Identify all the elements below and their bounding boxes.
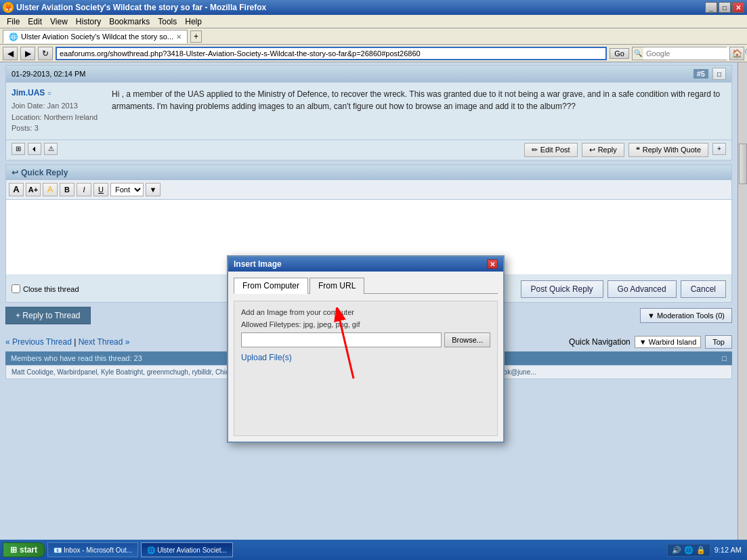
reply-arrow-icon: ↩ (12, 168, 18, 177)
close-button[interactable]: ✕ (732, 2, 744, 13)
post-username: Jim.UAS ○ (12, 88, 106, 98)
members-bar-collapse-icon[interactable]: □ (722, 354, 727, 362)
post-options-icon[interactable]: □ (712, 68, 726, 80)
window-title: Ulster Aviation Society's Wildcat the st… (16, 3, 266, 12)
edit-icon: ✏ (532, 146, 538, 154)
upload-link[interactable]: Upload File(s) (241, 353, 292, 362)
menu-edit[interactable]: Edit (24, 16, 46, 27)
reply-icon: ↩ (589, 146, 595, 154)
post-container: 01-29-2013, 02:14 PM #5 □ Jim.UAS ○ Join… (5, 65, 732, 160)
toolbar-dropdown-btn[interactable]: ▼ (146, 183, 161, 196)
nav-dropdown[interactable]: ▼ Warbird Island (635, 336, 701, 348)
firefox-icon: 🦊 (3, 2, 14, 13)
next-thread-link[interactable]: Next Thread » (79, 337, 130, 347)
modal-title: Insert Image (234, 259, 282, 269)
post-user-info: Jim.UAS ○ Join Date: Jan 2013 Location: … (12, 88, 106, 134)
post-icon-group: ⊞ ⏴ ⚠ (12, 143, 58, 157)
online-status-icon: ○ (47, 89, 51, 97)
toolbar-btn-2[interactable]: A+ (26, 183, 41, 196)
taskbar-item-outlook[interactable]: 📧 Inbox - Microsoft Out... (47, 542, 138, 557)
reply-to-thread-button[interactable]: + Reply to Thread (5, 307, 91, 324)
browse-button[interactable]: Browse... (444, 332, 490, 347)
tab-favicon: 🌐 (9, 33, 18, 41)
post-icon-warn[interactable]: ⚠ (44, 143, 58, 155)
quick-reply-header: ↩ Quick Reply (6, 165, 731, 180)
qr-toolbar: A A+ A B I U Font ▼ (6, 180, 731, 200)
menu-file[interactable]: File (3, 16, 24, 27)
modal-close-button[interactable]: ✕ (487, 259, 498, 269)
system-tray: 🔊 🌐 🔒 (667, 544, 710, 557)
post-number: #5 (693, 69, 708, 79)
top-button[interactable]: Top (705, 335, 732, 349)
menu-bar: File Edit View History Bookmarks Tools H… (0, 15, 747, 28)
tab-from-computer[interactable]: From Computer (234, 278, 308, 294)
tray-icon-3: 🔒 (696, 546, 706, 555)
prev-thread-link[interactable]: « Previous Thread (5, 337, 72, 347)
reply-with-quote-button[interactable]: ❝ Reply With Quote (628, 143, 708, 157)
close-thread-checkbox-group: Close this thread (12, 284, 79, 293)
thread-nav-links: « Previous Thread | Next Thread » (5, 337, 129, 347)
outlook-icon: 📧 (54, 546, 62, 554)
qr-buttons: Post Quick Reply Go Advanced Cancel (521, 280, 726, 298)
tab-from-url[interactable]: From URL (310, 278, 364, 294)
menu-bookmarks[interactable]: Bookmarks (105, 16, 154, 27)
forward-button[interactable]: ▶ (20, 47, 35, 60)
modal-title-bar: Insert Image ✕ (228, 257, 503, 272)
arrow-indicator (326, 307, 381, 382)
post-header-left: 01-29-2013, 02:14 PM (12, 70, 85, 78)
moderation-tools-button[interactable]: ▼ Moderation Tools (0) (640, 308, 732, 323)
edit-post-button[interactable]: ✏ Edit Post (524, 143, 578, 157)
members-label: Members who have read this thread: 23 (11, 354, 142, 362)
toolbar-color-btn[interactable]: A (43, 183, 58, 196)
minimize-button[interactable]: _ (705, 2, 717, 13)
menu-tools[interactable]: Tools (154, 16, 181, 27)
title-bar: 🦊 Ulster Aviation Society's Wildcat the … (0, 0, 747, 15)
toolbar-btn-1[interactable]: A (9, 183, 24, 196)
insert-image-dialog: Insert Image ✕ From Computer From URL Ad… (227, 255, 505, 443)
go-button[interactable]: Go (610, 48, 629, 59)
font-select[interactable]: Font (110, 183, 144, 196)
menu-view[interactable]: View (46, 16, 72, 27)
post-body: Jim.UAS ○ Join Date: Jan 2013 Location: … (6, 83, 731, 139)
taskbar: ⊞ start 📧 Inbox - Microsoft Out... 🌐 Uls… (0, 540, 747, 560)
firefox-taskbar-icon: 🌐 (147, 546, 155, 554)
post-actions: ⊞ ⏴ ⚠ ✏ Edit Post ↩ Reply ❝ Reply W (6, 139, 731, 160)
post-header: 01-29-2013, 02:14 PM #5 □ (6, 66, 731, 83)
modal-tabs: From Computer From URL (234, 277, 498, 294)
refresh-button[interactable]: ↻ (38, 47, 53, 60)
multi-quote-icon[interactable]: + (712, 143, 726, 155)
menu-history[interactable]: History (72, 16, 105, 27)
main-content: 01-29-2013, 02:14 PM #5 □ Jim.UAS ○ Join… (0, 62, 747, 546)
taskbar-item-firefox[interactable]: 🌐 Ulster Aviation Societ... (141, 542, 233, 557)
scroll-thumb[interactable] (739, 144, 747, 184)
address-bar: ◀ ▶ ↻ Go 🔍 🔍 🏠 (0, 45, 747, 62)
close-thread-checkbox[interactable] (12, 284, 20, 293)
post-icon-2[interactable]: ⏴ (28, 143, 41, 155)
start-button[interactable]: ⊞ start (3, 542, 45, 557)
post-quick-reply-button[interactable]: Post Quick Reply (521, 280, 603, 298)
reply-button[interactable]: ↩ Reply (582, 143, 624, 157)
post-timestamp: 01-29-2013, 02:14 PM (12, 70, 85, 78)
search-input[interactable] (643, 47, 742, 60)
cancel-button[interactable]: Cancel (681, 280, 726, 298)
clock: 9:12 AM (714, 546, 744, 554)
menu-help[interactable]: Help (181, 16, 206, 27)
post-icon-1[interactable]: ⊞ (12, 143, 25, 155)
new-tab-button[interactable]: + (190, 30, 202, 43)
maximize-button[interactable]: □ (719, 2, 731, 13)
svg-line-1 (340, 321, 354, 379)
search-box: 🔍 🔍 (632, 47, 727, 60)
browser-tab[interactable]: 🌐 Ulster Aviation Society's Wildcat the … (3, 30, 188, 43)
toolbar-underline-btn[interactable]: U (93, 183, 108, 196)
window-controls[interactable]: _ □ ✕ (705, 2, 744, 13)
tab-close-icon[interactable]: ✕ (176, 33, 182, 41)
quote-icon: ❝ (636, 146, 640, 154)
toolbar-bold-btn[interactable]: B (60, 183, 74, 196)
back-button[interactable]: ◀ (3, 47, 18, 60)
scrollbar[interactable] (738, 62, 747, 546)
go-advanced-button[interactable]: Go Advanced (607, 280, 677, 298)
address-input[interactable] (56, 47, 607, 60)
home-button[interactable]: 🏠 (729, 47, 744, 60)
modal-content: Add an Image from your computer Allowed … (234, 301, 498, 436)
toolbar-italic-btn[interactable]: I (77, 183, 91, 196)
